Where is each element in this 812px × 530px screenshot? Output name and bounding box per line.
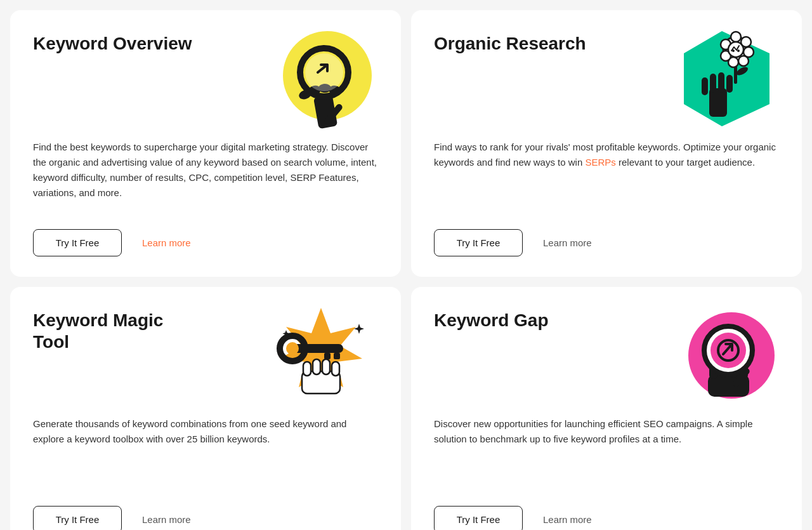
card-title: Keyword Overview bbox=[33, 33, 198, 55]
card-header: Organic Research bbox=[434, 33, 779, 129]
try-free-button[interactable]: Try It Free bbox=[434, 506, 523, 530]
svg-point-46 bbox=[710, 333, 746, 368]
svg-rect-12 bbox=[710, 74, 716, 93]
learn-more-button[interactable]: Learn more bbox=[543, 237, 592, 248]
keyword-gap-illustration bbox=[665, 305, 779, 406]
learn-more-button[interactable]: Learn more bbox=[543, 514, 592, 525]
card-description: Find the best keywords to supercharge yo… bbox=[33, 140, 378, 209]
card-actions: Try It Free Learn more bbox=[434, 506, 779, 530]
card-actions: Try It Free Learn more bbox=[434, 229, 779, 256]
card-header: Keyword Gap bbox=[434, 310, 779, 406]
svg-rect-30 bbox=[303, 362, 311, 376]
try-free-button[interactable]: Try It Free bbox=[33, 506, 122, 530]
card-keyword-gap: Keyword Gap bbox=[411, 287, 802, 530]
card-header: Keyword Magic Tool bbox=[33, 310, 378, 406]
svg-rect-14 bbox=[726, 75, 733, 93]
card-keyword-overview: Keyword Overview bbox=[10, 10, 401, 277]
svg-rect-34 bbox=[292, 344, 343, 353]
card-title: Organic Research bbox=[434, 33, 599, 55]
magic-tool-illustration bbox=[264, 305, 378, 406]
svg-rect-13 bbox=[718, 72, 724, 93]
svg-point-26 bbox=[737, 50, 740, 52]
cards-grid: Keyword Overview bbox=[10, 10, 802, 530]
svg-rect-10 bbox=[709, 88, 727, 117]
card-organic-research: Organic Research bbox=[411, 10, 802, 277]
learn-more-button[interactable]: Learn more bbox=[142, 514, 191, 525]
card-header: Keyword Overview bbox=[33, 33, 378, 129]
card-description: Find ways to rank for your rivals' most … bbox=[434, 140, 779, 209]
card-title: Keyword Gap bbox=[434, 310, 599, 331]
card-actions: Try It Free Learn more bbox=[33, 506, 378, 530]
svg-rect-31 bbox=[313, 359, 320, 374]
card-keyword-magic-tool: Keyword Magic Tool bbox=[10, 287, 401, 530]
svg-point-36 bbox=[286, 342, 299, 355]
card-title: Keyword Magic Tool bbox=[33, 310, 198, 352]
keyword-overview-illustration bbox=[264, 28, 378, 129]
svg-point-25 bbox=[732, 50, 735, 52]
svg-rect-11 bbox=[702, 77, 708, 95]
svg-point-17 bbox=[731, 32, 741, 42]
card-actions: Try It Free Learn more bbox=[33, 229, 378, 256]
card-description: Generate thousands of keyword combinatio… bbox=[33, 416, 378, 486]
svg-rect-38 bbox=[334, 353, 340, 359]
serps-link[interactable]: SERPs bbox=[585, 157, 615, 168]
svg-point-20 bbox=[738, 56, 749, 66]
learn-more-button[interactable]: Learn more bbox=[142, 237, 191, 248]
try-free-button[interactable]: Try It Free bbox=[33, 229, 122, 256]
svg-point-8 bbox=[305, 53, 343, 91]
organic-research-illustration bbox=[665, 28, 779, 129]
svg-rect-33 bbox=[332, 362, 339, 376]
card-description: Discover new opportunities for launching… bbox=[434, 416, 779, 486]
try-free-button[interactable]: Try It Free bbox=[434, 229, 523, 256]
svg-rect-37 bbox=[324, 353, 331, 359]
svg-rect-32 bbox=[322, 359, 330, 374]
